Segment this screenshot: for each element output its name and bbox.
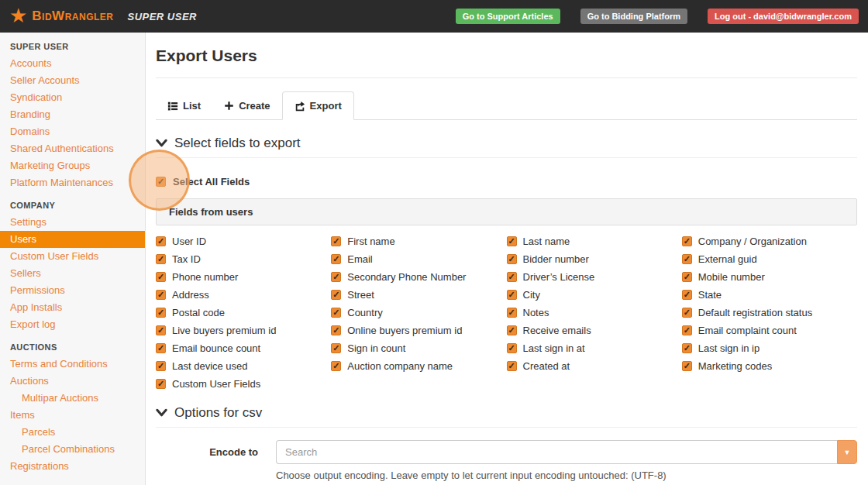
field-checkbox-item[interactable]: ✓ Address [156,288,331,301]
checkbox-checked-icon[interactable]: ✓ [331,343,341,353]
field-checkbox-item[interactable]: ✓ Company / Organization [682,235,857,247]
field-checkbox-item[interactable]: ✓ Email complaint count [682,324,857,336]
sidebar-item[interactable]: Terms and Conditions [0,356,145,373]
field-checkbox-item[interactable]: ✓ External guid [682,253,857,265]
field-checkbox-item[interactable]: ✓ Phone number [156,270,331,283]
sidebar-item[interactable]: Auctions [0,373,145,390]
field-checkbox-item[interactable]: ✓ User ID [156,235,331,247]
field-checkbox-item[interactable]: ✓ Email bounce count [156,342,331,354]
fields-section-heading[interactable]: Select fields to export [156,136,857,158]
checkbox-checked-icon[interactable]: ✓ [156,361,166,371]
checkbox-checked-icon[interactable]: ✓ [331,236,341,246]
checkbox-checked-icon[interactable]: ✓ [156,272,166,282]
field-checkbox-item[interactable]: ✓ Notes [507,306,682,318]
checkbox-checked-icon[interactable]: ✓ [682,325,692,335]
field-checkbox-item[interactable]: ✓ Receive emails [507,324,682,336]
checkbox-checked-icon[interactable]: ✓ [331,325,341,335]
sidebar-item[interactable]: Platform Maintenances [0,174,145,191]
go-to-support-articles-button[interactable]: Go to Support Articles [456,9,560,24]
field-checkbox-item[interactable]: ✓ Custom User Fields [156,377,331,390]
field-checkbox-item[interactable]: ✓ First name [331,235,506,247]
field-checkbox-item[interactable]: ✓ Last sign in ip [682,342,857,354]
checkbox-checked-icon[interactable]: ✓ [682,254,692,264]
checkbox-checked-icon[interactable]: ✓ [156,343,166,353]
field-checkbox-item[interactable]: ✓ Country [331,306,506,318]
field-checkbox-item[interactable]: ✓ City [507,288,682,301]
encode-dropdown-button[interactable]: ▼ [837,440,857,464]
checkbox-checked-icon[interactable]: ✓ [156,254,166,264]
sidebar-item[interactable]: Shared Authentications [0,140,145,157]
field-checkbox-item[interactable]: ✓ Email [331,253,506,265]
checkbox-checked-icon[interactable]: ✓ [682,290,692,300]
sidebar-item[interactable]: Seller Accounts [0,72,145,89]
checkbox-checked-icon[interactable]: ✓ [507,308,517,318]
sidebar-item[interactable]: App Installs [0,299,145,316]
field-checkbox-item[interactable]: ✓ Sign in count [331,342,506,354]
encode-to-input[interactable] [276,440,837,464]
field-checkbox-item[interactable]: ✓ Live buyers premium id [156,324,331,336]
field-checkbox-item[interactable]: ✓ Marketing codes [682,359,857,372]
checkbox-checked-icon[interactable]: ✓ [682,361,692,371]
checkbox-checked-icon[interactable]: ✓ [331,254,341,264]
field-checkbox-item[interactable]: ✓ Last name [507,235,682,247]
sidebar-item[interactable]: Permissions [0,282,145,299]
tab-list[interactable]: List [156,92,212,119]
field-checkbox-item[interactable]: ✓ Last sign in at [507,342,682,354]
checkbox-checked-icon[interactable]: ✓ [156,236,166,246]
field-checkbox-item[interactable]: ✓ Street [331,288,506,301]
checkbox-checked-icon[interactable]: ✓ [507,236,517,246]
checkbox-checked-icon[interactable]: ✓ [507,343,517,353]
field-checkbox-item[interactable]: ✓ Default registration status [682,306,857,318]
sidebar-item[interactable]: Branding [0,106,145,123]
checkbox-checked-icon[interactable]: ✓ [156,308,166,318]
sidebar-item[interactable]: Export log [0,316,145,333]
go-to-bidding-platform-button[interactable]: Go to Bidding Platform [580,9,687,24]
sidebar-item[interactable]: Custom User Fields [0,248,145,265]
checkbox-checked-icon[interactable]: ✓ [331,308,341,318]
field-checkbox-item[interactable]: ✓ Online buyers premium id [331,324,506,336]
sidebar-item[interactable]: Registrations [0,458,145,475]
checkbox-checked-icon[interactable]: ✓ [156,290,166,300]
field-checkbox-item[interactable]: ✓ Created at [507,359,682,372]
checkbox-checked-icon[interactable]: ✓ [331,361,341,371]
checkbox-checked-icon[interactable]: ✓ [682,236,692,246]
sidebar-item[interactable]: Users [0,231,145,248]
field-checkbox-item[interactable]: ✓ Postal code [156,306,331,318]
checkbox-checked-icon[interactable]: ✓ [507,290,517,300]
sidebar-item[interactable]: Parcels [0,424,145,441]
field-checkbox-item[interactable]: ✓ Mobile number [682,270,857,283]
field-checkbox-item[interactable]: ✓ Tax ID [156,253,331,265]
select-all-fields-row[interactable]: ✓ Select All Fields [156,176,250,187]
checkbox-checked-icon[interactable]: ✓ [682,343,692,353]
checkbox-checked-icon[interactable]: ✓ [507,325,517,335]
checkbox-checked-icon[interactable]: ✓ [156,325,166,335]
sidebar-item[interactable]: Multipar Auctions [0,390,145,407]
field-checkbox-item[interactable]: ✓ Driver’s License [507,270,682,283]
checkbox-checked-icon[interactable]: ✓ [507,361,517,371]
field-checkbox-item[interactable]: ✓ Bidder number [507,253,682,265]
checkbox-checked-icon[interactable]: ✓ [156,379,166,389]
checkbox-checked-icon[interactable]: ✓ [331,272,341,282]
sidebar-item[interactable]: Parcel Combinations [0,441,145,458]
tab-export[interactable]: Export [282,91,354,120]
logout-button[interactable]: Log out - david@bidwrangler.com [708,9,859,24]
sidebar-item[interactable]: Settings [0,214,145,231]
checkbox-checked-icon[interactable]: ✓ [156,177,166,187]
field-checkbox-item[interactable]: ✓ State [682,288,857,301]
sidebar-item[interactable]: Items [0,407,145,424]
sidebar-item[interactable]: Sellers [0,265,145,282]
checkbox-checked-icon[interactable]: ✓ [682,308,692,318]
sidebar-item[interactable]: Domains [0,123,145,140]
brand-logo[interactable]: ★ BidWrangler [9,8,113,26]
field-checkbox-item[interactable]: ✓ Secondary Phone Number [331,270,506,283]
checkbox-checked-icon[interactable]: ✓ [682,272,692,282]
sidebar-item[interactable]: Marketing Groups [0,157,145,174]
field-checkbox-item[interactable]: ✓ Auction company name [331,359,506,372]
field-checkbox-item[interactable]: ✓ Last device used [156,359,331,372]
sidebar-item[interactable]: Syndication [0,89,145,106]
tab-create[interactable]: Create [212,92,281,119]
checkbox-checked-icon[interactable]: ✓ [331,290,341,300]
checkbox-checked-icon[interactable]: ✓ [507,272,517,282]
csv-section-heading[interactable]: Options for csv [156,405,857,428]
checkbox-checked-icon[interactable]: ✓ [507,254,517,264]
